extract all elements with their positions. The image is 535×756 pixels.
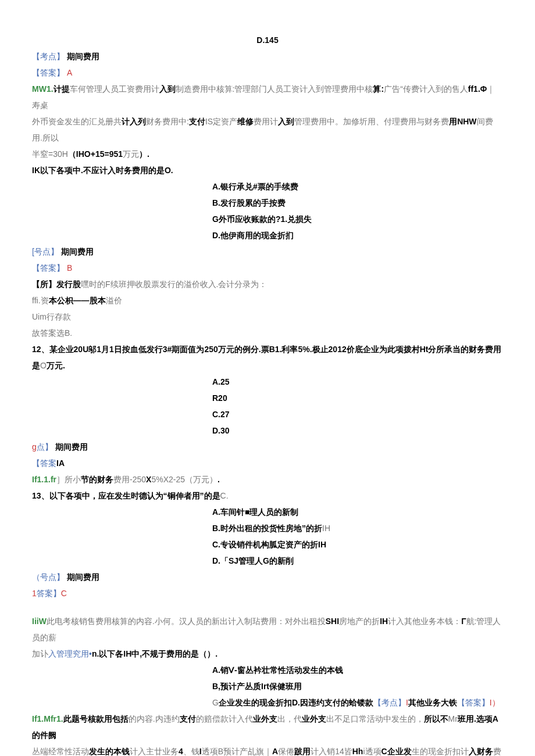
- txt: 本公枳——股本: [49, 296, 106, 305]
- txt: 出，代: [277, 714, 302, 723]
- explain-para-2: 外币资金发生的汇兑册共计入列财务费用中:支付IS定资产维修费用计入到管理费用中。…: [32, 113, 503, 146]
- answer-line: 【答案】 B: [32, 260, 503, 276]
- topic-value: 期间费用: [67, 572, 99, 582]
- txt: ］所小: [56, 475, 81, 484]
- option-g: G外币应收账款的?1.兑损失: [212, 211, 503, 227]
- txt: 企业发: [387, 747, 412, 756]
- option-a: A.车间针■理人员的新制: [212, 504, 503, 520]
- txt: i透项: [363, 747, 381, 756]
- option-a: A.银行承兑#票的手续费: [212, 178, 503, 195]
- document-page: D.145 【考点】 期间费用 【答案】 A MW1.计提车何管理人员工资费用计…: [0, 0, 535, 756]
- topic-line: g点】 期间费用: [32, 439, 503, 455]
- journal-entry-1: ffi.资本公枳——股本溢价: [32, 292, 503, 309]
- txt: 邬1月1日按血低发行3#期面值为250万元的例分.票B1.利率5%.极止2012…: [32, 345, 502, 370]
- txt: IH: [123, 649, 131, 658]
- option-b: B,预计产丛质Irt保健班用: [212, 678, 503, 694]
- txt: Mr: [448, 714, 458, 723]
- option-d: D.145: [32, 32, 503, 48]
- option-r: R20: [212, 390, 503, 406]
- answer-line: 1答案】C: [32, 585, 503, 601]
- txt: 车何管理人员工资费用计: [70, 84, 159, 94]
- option-c: C.专设销件机构胍定资产的折IH: [212, 536, 503, 553]
- txt: 所以不: [424, 714, 448, 723]
- txt: 以下各: [99, 649, 123, 658]
- txt: n.: [92, 649, 99, 658]
- txt: IH: [380, 617, 388, 626]
- txt: I）: [490, 698, 500, 707]
- txt: IH: [322, 524, 330, 533]
- txt: 13、以下各项中，应在发生时德认为“铜伸者用”的是: [32, 491, 220, 500]
- answer-line: 【答案IA: [32, 455, 503, 471]
- txt: 【所】: [32, 280, 56, 289]
- txt: 计提: [54, 84, 70, 94]
- txt: O: [40, 361, 47, 370]
- txt: 算:: [373, 84, 384, 94]
- txt: 生的现金折扣计: [412, 747, 469, 756]
- answer-label: 【答案】: [457, 698, 490, 707]
- answer-label: 【答案】: [32, 263, 65, 273]
- txt: 入财务: [469, 747, 493, 756]
- txt: G: [212, 698, 219, 707]
- txt: ffi.: [32, 296, 41, 305]
- answer-value: IA: [56, 458, 65, 468]
- calc-line: If1.1.fr］所小节的财务费用-250X5%X2-25（万元）.: [32, 471, 503, 488]
- option-b: B.发行股累的手按费: [212, 195, 503, 211]
- txt: 资: [41, 296, 49, 305]
- txt: 企业发生的现金折扣: [219, 698, 292, 707]
- txt: B.时外出租的投货性房地”的折: [212, 524, 322, 533]
- topic-label: （号点】: [32, 572, 65, 582]
- answer-label: 【答案】: [32, 68, 65, 77]
- txt: 制造费用中核算:管理部门人员工资计入到管理费用中核: [176, 84, 373, 94]
- txt: 发生的本钱: [89, 747, 130, 756]
- txt: 的内容.内违约: [129, 714, 180, 723]
- option-d: D.「SJ管理人G的新削: [212, 553, 503, 569]
- explain-q14-1: If1.Mfr1.此题号核款用包括的内容.内违约支付的赔偿款计入代业外支出，代业…: [32, 711, 503, 743]
- answer-value: C: [61, 589, 67, 598]
- txt: 其他业务大铁: [408, 698, 457, 707]
- topic-value: 期间费用: [67, 52, 99, 61]
- txt: If1.Mfr1.: [32, 714, 63, 723]
- txt: 入到: [278, 117, 294, 126]
- txt: 计入列: [122, 117, 146, 126]
- txt: 业外支: [302, 714, 326, 723]
- txt: 业外支: [253, 714, 277, 723]
- explain-para-1: MW1.计提车何管理人员工资费用计入到制造费用中核算:管理部门人员工资计入到管理…: [32, 81, 503, 113]
- txt: 丛端经常性活动: [32, 747, 89, 756]
- txt: 入管理究用•: [48, 649, 92, 658]
- answer-line: 【答案】 A: [32, 65, 503, 81]
- answer-note: 故答案选B.: [32, 325, 503, 341]
- txt: 维修: [237, 117, 254, 126]
- txt: 万元: [123, 149, 139, 159]
- explain-q13-1: IiiW此电考核销售费用核算的内容.小何。汉人员的新出计入制玷费用：对外出租投S…: [32, 613, 503, 646]
- txt: .: [217, 475, 220, 484]
- txt: 支付: [189, 117, 205, 126]
- txt: IS定资产: [205, 117, 237, 126]
- topic-value: 期间费用: [55, 442, 88, 452]
- question-ik: IK以下各项中.不应计入时务费用的是O.: [32, 162, 503, 178]
- txt: 计入主廿业务: [130, 747, 179, 756]
- txt: 溢价: [106, 296, 122, 305]
- journal-entry-2: Uim行存款: [32, 309, 503, 325]
- question-13: 13、以下各项中，应在发生时德认为“铜伸者用”的是C.: [32, 488, 503, 504]
- answer-label: 答案】: [37, 589, 61, 598]
- txt: IiiW: [32, 617, 47, 626]
- txt: 嘿时的F续班押收股票发行的溢价收入.会计分录为：: [81, 280, 267, 289]
- txt: 5%X2-25: [151, 475, 185, 484]
- txt: Γ: [461, 617, 466, 626]
- txt: 支付: [180, 714, 196, 723]
- explain-q13-2: 加讣入管理究用•n.以下各IH中,不规于费用的是（）.: [32, 646, 503, 662]
- txt: ）.: [139, 149, 149, 159]
- option-gd-mixed: G企业发生的现金折扣D.因违约支付的蛤镂款【考点】I其他业务大铁【答案】I）: [212, 694, 503, 711]
- txt: 房地产的折: [339, 617, 380, 626]
- txt: 、钱: [183, 747, 199, 756]
- txt: 加讣: [32, 649, 48, 658]
- txt: （IHO+15=951: [68, 149, 123, 159]
- txt: 计入其他业务本钱：: [388, 617, 461, 626]
- txt: 此电考核销售费用核算的内容.小何。汉人员的新出计入制玷费用：对外出租投: [47, 617, 326, 626]
- txt: 因违约支付的蛤镂款: [300, 698, 373, 707]
- txt: 财务费用中:: [146, 117, 189, 126]
- topic-label: [号点】: [32, 247, 59, 256]
- txt: D.: [292, 698, 300, 707]
- topic-label: 【考点】: [32, 52, 65, 61]
- txt: X: [146, 475, 151, 484]
